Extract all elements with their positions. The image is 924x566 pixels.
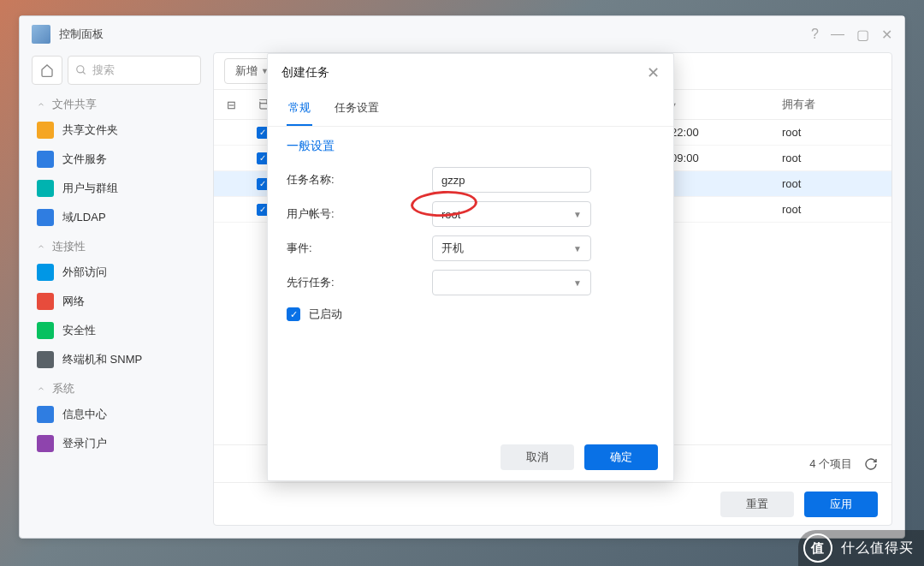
select-pretask[interactable]: ▼ <box>432 270 591 295</box>
sidebar-item[interactable]: 用户与群组 <box>32 174 201 203</box>
sidebar-item-label: 外部访问 <box>62 265 107 280</box>
sidebar-item[interactable]: 网络 <box>32 287 201 316</box>
sidebar-item-label: 终端机和 SNMP <box>62 352 142 367</box>
refresh-icon[interactable] <box>864 457 878 471</box>
window-title: 控制面板 <box>59 27 104 42</box>
collapse-all-icon[interactable]: ⊟ <box>214 98 248 111</box>
minimize-icon[interactable]: — <box>831 27 844 42</box>
sidebar-item-label: 网络 <box>62 294 85 309</box>
label-user-account: 用户帐号: <box>287 206 424 222</box>
item-count: 4 个项目 <box>809 456 852 472</box>
nav-icon <box>37 435 54 452</box>
dialog-ok-button[interactable]: 确定 <box>584 444 658 470</box>
sidebar-group-header[interactable]: 文件共享 <box>32 90 201 116</box>
checkbox-enabled[interactable]: ✓ <box>287 307 300 321</box>
label-pretask: 先行任务: <box>287 275 424 290</box>
close-icon[interactable]: ✕ <box>881 27 892 43</box>
chevron-up-icon <box>37 242 45 251</box>
select-user-account[interactable]: root▼ <box>432 201 591 227</box>
maximize-icon[interactable]: ▢ <box>856 27 869 43</box>
cell-owner: root <box>772 126 891 139</box>
nav-icon <box>37 209 54 226</box>
sidebar-item[interactable]: 文件服务 <box>32 145 201 174</box>
tab-task-settings[interactable]: 任务设置 <box>333 92 381 126</box>
dialog-title: 创建任务 <box>281 65 329 80</box>
sidebar-group-header[interactable]: 系统 <box>32 374 201 400</box>
nav-icon <box>37 180 54 197</box>
chevron-down-icon: ▼ <box>573 278 582 288</box>
sidebar-item[interactable]: 域/LDAP <box>32 203 201 232</box>
home-icon <box>40 63 54 77</box>
label-task-name: 任务名称: <box>287 172 424 188</box>
section-general: 一般设置 <box>268 127 673 163</box>
input-task-name[interactable]: gzzp <box>432 167 591 193</box>
nav-icon <box>37 322 54 339</box>
label-event: 事件: <box>287 241 424 256</box>
sidebar-item[interactable]: 登录门户 <box>32 429 201 458</box>
dialog-close-icon[interactable]: ✕ <box>647 63 660 82</box>
sidebar: 搜索 文件共享共享文件夹文件服务用户与群组域/LDAP连接性外部访问网络安全性终… <box>32 52 201 526</box>
bottom-actions: 重置 应用 <box>214 482 891 525</box>
dialog-cancel-button[interactable]: 取消 <box>500 444 574 470</box>
sidebar-item[interactable]: 终端机和 SNMP <box>32 345 201 374</box>
nav-icon <box>37 122 54 139</box>
chevron-down-icon: ▼ <box>573 210 582 219</box>
create-task-dialog: 创建任务 ✕ 常规 任务设置 一般设置 任务名称: gzzp 用户帐号: roo… <box>267 53 674 481</box>
watermark: 值 什么值得买 <box>798 530 924 566</box>
chevron-up-icon <box>37 384 45 393</box>
cell-owner: root <box>772 177 891 190</box>
sidebar-item-label: 共享文件夹 <box>62 122 118 138</box>
chevron-up-icon <box>37 100 45 109</box>
sidebar-item[interactable]: 外部访问 <box>32 258 201 287</box>
cell-owner: root <box>772 203 891 216</box>
sidebar-item-label: 安全性 <box>62 323 96 338</box>
svg-point-0 <box>77 66 84 73</box>
nav-icon <box>37 293 54 310</box>
sidebar-item-label: 信息中心 <box>62 407 107 422</box>
sidebar-item-label: 用户与群组 <box>62 181 118 196</box>
dialog-tabs: 常规 任务设置 <box>268 92 673 127</box>
nav-icon <box>37 264 54 281</box>
reset-button[interactable]: 重置 <box>720 492 794 517</box>
nav-icon <box>37 151 54 168</box>
sidebar-group-header[interactable]: 连接性 <box>32 232 201 258</box>
label-enabled: 已启动 <box>309 307 342 322</box>
sidebar-item-label: 登录门户 <box>62 436 107 451</box>
app-icon <box>32 25 50 44</box>
chevron-down-icon: ▼ <box>573 244 582 253</box>
nav-icon <box>37 351 54 368</box>
sidebar-item-label: 文件服务 <box>62 152 107 167</box>
col-owner[interactable]: 拥有者 <box>772 97 891 112</box>
tab-general[interactable]: 常规 <box>287 92 312 126</box>
select-event[interactable]: 开机▼ <box>432 235 591 261</box>
sidebar-item[interactable]: 共享文件夹 <box>32 116 201 145</box>
search-icon <box>75 64 87 76</box>
home-button[interactable] <box>32 56 62 85</box>
sidebar-item-label: 域/LDAP <box>62 210 106 225</box>
apply-button[interactable]: 应用 <box>804 492 878 517</box>
cell-owner: root <box>772 152 891 164</box>
nav-icon <box>37 406 54 423</box>
sidebar-item[interactable]: 安全性 <box>32 316 201 345</box>
search-input[interactable]: 搜索 <box>68 56 201 85</box>
sidebar-item[interactable]: 信息中心 <box>32 400 201 429</box>
help-icon[interactable]: ? <box>811 27 819 42</box>
titlebar: 控制面板 ? — ▢ ✕ <box>20 16 904 52</box>
